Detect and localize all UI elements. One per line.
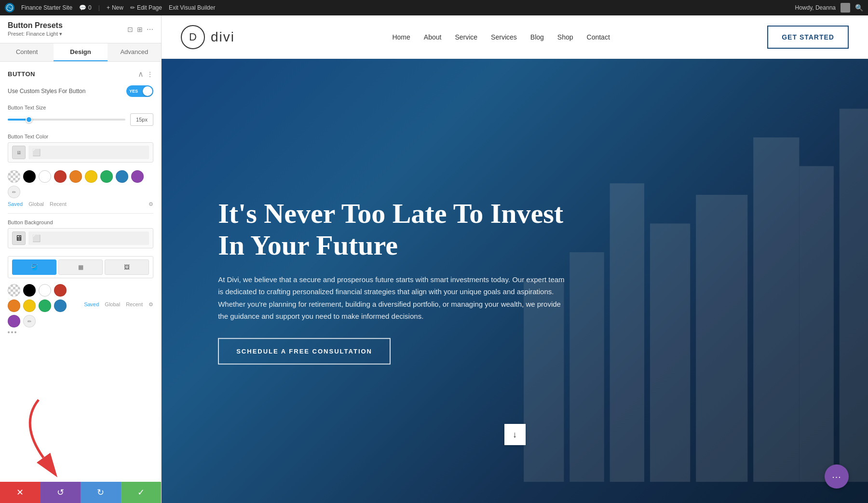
nav-shop[interactable]: Shop bbox=[557, 33, 573, 41]
color-dots-row: ✏ bbox=[8, 170, 153, 198]
nav-services[interactable]: Services bbox=[491, 33, 517, 41]
bg-icon-row: 🪣 ▦ 🖼 bbox=[8, 256, 153, 278]
hero-description: At Divi, we believe that a secure and pr… bbox=[218, 273, 565, 323]
panel-subtitle: Preset: Finance Light ▾ bbox=[8, 31, 63, 37]
global-tab[interactable]: Global bbox=[28, 201, 44, 207]
more-icon[interactable]: ⋯ bbox=[147, 26, 153, 33]
three-dots-bottom[interactable] bbox=[8, 331, 153, 333]
dot-1 bbox=[8, 331, 10, 333]
redo-icon: ↻ bbox=[97, 487, 104, 498]
toggle-yes-label: YES bbox=[129, 89, 138, 94]
solid-bg-btn[interactable]: 🪣 bbox=[12, 259, 56, 275]
bottom-global-tab[interactable]: Global bbox=[105, 301, 120, 308]
hero-cta-button[interactable]: SCHEDULE A FREE CONSULTATION bbox=[218, 338, 391, 365]
bottom-purple-dot[interactable] bbox=[8, 315, 20, 327]
svg-rect-7 bbox=[839, 109, 868, 482]
panel-title-area: Button Presets Preset: Finance Light ▾ bbox=[8, 21, 63, 37]
exit-builder-link[interactable]: Exit Visual Builder bbox=[169, 4, 216, 11]
blue-color-dot[interactable] bbox=[116, 170, 128, 183]
edit-page-link[interactable]: ✏ Edit Page bbox=[130, 4, 162, 11]
section-menu-icon[interactable]: ⋮ bbox=[147, 70, 153, 78]
bottom-settings-icon[interactable]: ⚙ bbox=[149, 301, 153, 308]
yellow-color-dot[interactable] bbox=[85, 170, 97, 183]
close-button[interactable]: ✕ bbox=[0, 482, 41, 503]
bottom-recent-tab[interactable]: Recent bbox=[126, 301, 143, 308]
use-custom-styles-row: Use Custom Styles For Button YES bbox=[8, 85, 153, 97]
tab-advanced[interactable]: Advanced bbox=[108, 43, 161, 61]
bottom-red-dot[interactable] bbox=[54, 284, 67, 297]
edit-color-dot[interactable]: ✏ bbox=[8, 186, 20, 198]
hero-section: It's Never Too Late To Invest In Your Fu… bbox=[162, 59, 868, 503]
bottom-blue-dot[interactable] bbox=[54, 299, 67, 312]
use-custom-styles-label: Use Custom Styles For Button bbox=[8, 87, 126, 95]
bottom-white-dot[interactable] bbox=[39, 284, 51, 297]
user-avatar[interactable] bbox=[841, 3, 850, 13]
redo-button[interactable]: ↻ bbox=[81, 482, 121, 503]
orange-color-dot[interactable] bbox=[69, 170, 82, 183]
button-bg-row: Button Background 🖥 ⬜ bbox=[8, 219, 153, 248]
red-color-dot[interactable] bbox=[54, 170, 67, 183]
more-options-button[interactable]: ··· bbox=[825, 464, 849, 489]
panel-header: Button Presets Preset: Finance Light ▾ ⊡… bbox=[0, 15, 161, 43]
cursor-icon-2: ⬜ bbox=[32, 234, 41, 242]
nav-home[interactable]: Home bbox=[392, 33, 410, 41]
bottom-orange-dot[interactable] bbox=[8, 299, 20, 312]
collapse-icon[interactable]: ∧ bbox=[138, 69, 144, 79]
slider-thumb[interactable] bbox=[26, 116, 32, 123]
use-custom-toggle[interactable]: YES bbox=[126, 85, 153, 97]
tab-content[interactable]: Content bbox=[0, 43, 54, 61]
undo-icon: ↺ bbox=[57, 487, 64, 498]
black-color-dot[interactable] bbox=[23, 170, 36, 183]
color-swatch-row: 🖥 ⬜ bbox=[8, 142, 153, 163]
bottom-edit-dot[interactable]: ✏ bbox=[23, 315, 36, 327]
slider-track[interactable] bbox=[8, 119, 125, 121]
get-started-button[interactable]: GET STARTED bbox=[767, 26, 849, 49]
nav-about[interactable]: About bbox=[424, 33, 442, 41]
color-preview-area[interactable]: ⬜ bbox=[28, 146, 149, 159]
white-color-dot[interactable] bbox=[39, 170, 51, 183]
resize-icon[interactable]: ⊡ bbox=[127, 26, 133, 33]
green-color-dot[interactable] bbox=[100, 170, 113, 183]
bg-color-swatch[interactable]: 🖥 bbox=[12, 231, 26, 245]
bottom-green-dot[interactable] bbox=[39, 299, 51, 312]
right-panel: D divi Home About Service Services Blog … bbox=[162, 15, 868, 503]
bottom-palette-area: ✏ Saved Global Recent ⚙ bbox=[8, 284, 153, 327]
site-name-link[interactable]: Finance Starter Site bbox=[21, 4, 72, 11]
site-nav: Home About Service Services Blog Shop Co… bbox=[392, 33, 610, 41]
recent-tab[interactable]: Recent bbox=[50, 201, 67, 207]
slider-value: 15px bbox=[130, 113, 153, 126]
bottom-transparent-dot[interactable] bbox=[8, 284, 20, 297]
logo-circle: D bbox=[181, 25, 205, 49]
admin-search-icon[interactable]: 🔍 bbox=[855, 4, 863, 12]
comments-link[interactable]: 💬 0 bbox=[79, 4, 92, 11]
palette-settings-icon[interactable]: ⚙ bbox=[149, 201, 153, 207]
bottom-black-dot[interactable] bbox=[23, 284, 36, 297]
tab-design[interactable]: Design bbox=[54, 43, 107, 61]
nav-service[interactable]: Service bbox=[455, 33, 477, 41]
bottom-color-dots: ✏ bbox=[8, 284, 81, 327]
image-bg-btn[interactable]: 🖼 bbox=[105, 259, 149, 275]
logo-text: divi bbox=[211, 29, 235, 45]
nav-blog[interactable]: Blog bbox=[530, 33, 544, 41]
wordpress-icon[interactable] bbox=[5, 3, 14, 13]
text-color-swatch[interactable]: 🖥 bbox=[12, 146, 26, 159]
save-check-button[interactable]: ✓ bbox=[121, 482, 162, 503]
svg-rect-6 bbox=[610, 183, 644, 482]
saved-tab[interactable]: Saved bbox=[8, 201, 23, 207]
grid-icon[interactable]: ⊞ bbox=[137, 26, 143, 33]
divider-1 bbox=[8, 213, 153, 214]
scroll-down-button[interactable]: ↓ bbox=[504, 424, 526, 445]
separator: | bbox=[98, 4, 100, 11]
purple-color-dot[interactable] bbox=[131, 170, 144, 183]
gradient-bg-btn[interactable]: ▦ bbox=[58, 259, 103, 275]
cursor-icon: ⬜ bbox=[32, 149, 41, 156]
transparent-color-dot[interactable] bbox=[8, 170, 20, 183]
bottom-saved-tab[interactable]: Saved bbox=[84, 301, 99, 308]
nav-contact[interactable]: Contact bbox=[587, 33, 610, 41]
howdy-text: Howdy, Deanna bbox=[795, 4, 836, 11]
undo-button[interactable]: ↺ bbox=[41, 482, 81, 503]
new-link[interactable]: + New bbox=[107, 4, 123, 11]
admin-bar-left: Finance Starter Site 💬 0 | + New ✏ Edit … bbox=[5, 3, 787, 13]
bottom-yellow-dot[interactable] bbox=[23, 299, 36, 312]
bg-color-preview[interactable]: ⬜ bbox=[28, 231, 149, 245]
